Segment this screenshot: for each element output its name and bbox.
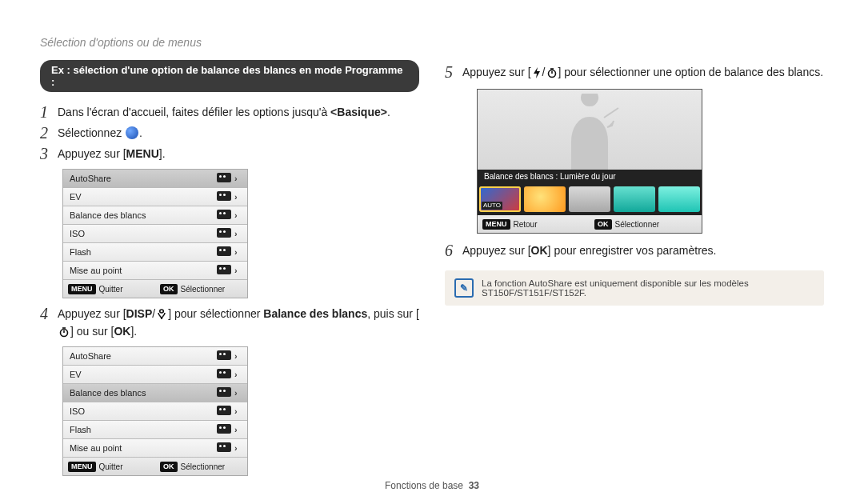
- chevron-right-icon: ›: [234, 425, 247, 434]
- note-text: La fonction AutoShare est uniquement dis…: [482, 278, 814, 298]
- menu-row: Flash›: [63, 243, 247, 262]
- right-column: 5 Appuyez sur [/] pour sélectionner une …: [445, 60, 824, 482]
- ok-button-label: OK: [531, 242, 548, 259]
- share-icon: [214, 173, 234, 184]
- step-6: 6 Appuyez sur [OK] pour enregistrer vos …: [445, 242, 824, 259]
- chevron-right-icon: ›: [234, 351, 247, 361]
- chevron-right-icon: ›: [234, 174, 247, 183]
- menu-footer: MENUQuitterOKSélectionner: [63, 280, 247, 298]
- menu-row: Mise au point›: [63, 262, 247, 280]
- info-note: ✎ La fonction AutoShare est uniquement d…: [445, 270, 824, 306]
- ok-badge: OK: [594, 219, 612, 230]
- breadcrumb: Sélection d'options ou de menus: [40, 36, 824, 49]
- timer-icon: [546, 67, 558, 78]
- menu-row: Balance des blancs›: [63, 384, 247, 402]
- ok-badge: OK: [160, 284, 178, 294]
- ev-icon: [214, 191, 234, 202]
- chevron-right-icon: ›: [234, 247, 247, 257]
- menu-screenshot-1: AutoShare›EV›Balance des blancs›ISO›Flas…: [62, 169, 248, 298]
- iso-icon: [214, 228, 234, 239]
- flash-icon: [214, 424, 234, 435]
- example-banner: Ex : sélection d'une option de balance d…: [40, 60, 419, 92]
- chevron-right-icon: ›: [234, 370, 247, 379]
- wb-icon: [214, 210, 234, 221]
- left-column: Ex : sélection d'une option de balance d…: [40, 60, 419, 482]
- timer-icon: [58, 326, 70, 338]
- flash-icon: [532, 67, 542, 78]
- menu-row: EV›: [63, 188, 247, 206]
- program-mode-icon: [126, 126, 138, 139]
- ev-icon: [214, 369, 234, 380]
- auto-badge: AUTO: [482, 202, 502, 210]
- menu-row: Balance des blancs›: [63, 206, 247, 225]
- wb-swatch-auto: AUTO: [479, 186, 521, 212]
- step-2: 2 Sélectionnez .: [40, 124, 419, 142]
- chevron-right-icon: ›: [234, 192, 247, 202]
- menu-row: AutoShare›: [63, 170, 247, 188]
- menu-row: AutoShare›: [63, 347, 247, 366]
- step-3: 3 Appuyez sur [MENU].: [40, 145, 419, 162]
- menu-row: Flash›: [63, 421, 247, 439]
- focus-icon: [214, 442, 234, 454]
- iso-icon: [214, 406, 234, 417]
- chevron-right-icon: ›: [234, 266, 247, 275]
- preview-footer: MENURetour OKSélectionner: [478, 215, 702, 233]
- menu-badge: MENU: [68, 284, 96, 294]
- chevron-right-icon: ›: [234, 443, 247, 453]
- step-5: 5 Appuyez sur [/] pour sélectionner une …: [445, 63, 824, 81]
- chevron-right-icon: ›: [234, 388, 247, 398]
- macro-icon: [156, 309, 167, 320]
- flash-icon: [214, 246, 234, 258]
- ok-badge: OK: [160, 462, 178, 472]
- info-icon: ✎: [454, 278, 474, 298]
- focus-icon: [214, 265, 234, 276]
- ok-button-label: OK: [114, 322, 130, 340]
- preview-photo: [478, 90, 702, 170]
- wb-current-label: Balance des blancs : Lumière du jour: [478, 170, 702, 183]
- wb-icon: [214, 387, 234, 398]
- wb-swatch-fluo-l: [658, 186, 700, 212]
- share-icon: [214, 350, 234, 362]
- page-footer: Fonctions de base 33: [0, 480, 864, 491]
- person-silhouette-icon: [542, 94, 638, 170]
- chevron-right-icon: ›: [234, 406, 247, 416]
- wb-swatch-row: AUTO: [478, 183, 702, 215]
- menu-screenshot-2: AutoShare›EV›Balance des blancs›ISO›Flas…: [62, 346, 248, 476]
- menu-button-label: MENU: [126, 145, 159, 162]
- step-4: 4 Appuyez sur [DISP/] pour sélectionner …: [40, 305, 419, 340]
- chevron-right-icon: ›: [234, 210, 247, 220]
- menu-badge: MENU: [68, 462, 96, 472]
- wb-preview-screenshot: Balance des blancs : Lumière du jour AUT…: [477, 89, 702, 234]
- disp-button-label: DISP: [126, 305, 153, 322]
- menu-row: ISO›: [63, 225, 247, 243]
- menu-row: ISO›: [63, 402, 247, 421]
- menu-row: Mise au point›: [63, 439, 247, 458]
- menu-row: EV›: [63, 366, 247, 384]
- menu-footer: MENUQuitterOKSélectionner: [63, 458, 247, 475]
- step-1: 1 Dans l'écran d'accueil, faites défiler…: [40, 103, 419, 121]
- wb-swatch-cloudy: [569, 186, 610, 212]
- wb-swatch-daylight: [524, 186, 566, 212]
- menu-badge: MENU: [482, 219, 510, 230]
- chevron-right-icon: ›: [234, 229, 247, 238]
- wb-swatch-fluo-h: [614, 186, 655, 212]
